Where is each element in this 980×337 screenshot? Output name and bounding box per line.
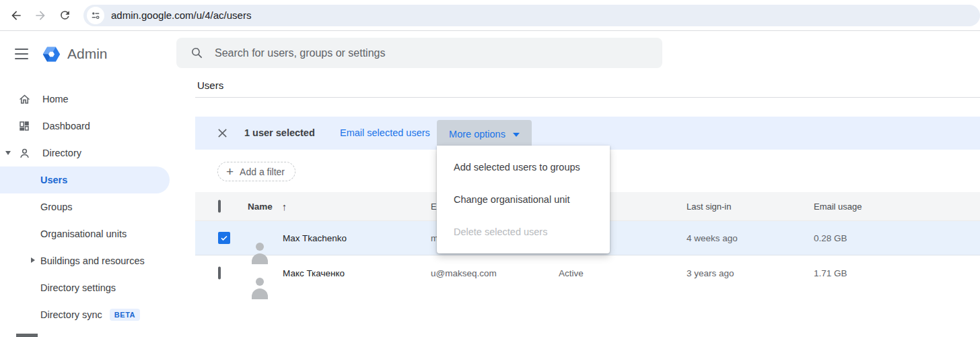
more-options-button[interactable]: More options xyxy=(437,120,532,148)
back-arrow-icon xyxy=(9,9,23,22)
menu-item-delete-users: Delete selected users xyxy=(437,216,610,248)
sidebar-item-label: Users xyxy=(40,175,67,185)
admin-logo-icon xyxy=(42,44,61,64)
column-header-name[interactable]: Name ↑ xyxy=(248,201,287,212)
divider xyxy=(195,97,980,98)
menu-item-change-org-unit[interactable]: Change organisational unit xyxy=(437,183,610,216)
menu-hamburger-icon[interactable] xyxy=(15,49,28,59)
home-icon xyxy=(18,93,31,106)
beta-badge: BETA xyxy=(110,309,140,321)
table-row[interactable]: Макс Ткаченко u@makseq.com Active 3 year… xyxy=(195,255,980,290)
close-icon xyxy=(217,127,228,139)
sidebar-item-directory[interactable]: Directory xyxy=(0,140,176,166)
sidebar-item-directory-settings[interactable]: Directory settings xyxy=(0,274,176,301)
sidebar-item-buildings-resources[interactable]: Buildings and resources xyxy=(0,247,176,274)
dashboard-icon xyxy=(18,120,31,132)
user-last-sign-in: 3 years ago xyxy=(687,268,734,278)
clear-selection-button[interactable] xyxy=(217,127,228,139)
email-selected-users-button[interactable]: Email selected users xyxy=(340,127,430,138)
sidebar-item-groups[interactable]: Groups xyxy=(0,193,176,220)
reload-icon xyxy=(59,9,71,22)
selection-toolbar: 1 user selected Email selected users Mor… xyxy=(195,117,980,150)
page-title: Users xyxy=(197,80,980,92)
selection-count: 1 user selected xyxy=(244,127,315,138)
site-settings-icon xyxy=(90,10,101,21)
caret-down-icon xyxy=(513,133,520,137)
site-settings-chip[interactable] xyxy=(87,7,104,24)
sidebar: Admin Home Dashboard xyxy=(0,31,176,337)
add-filter-label: Add a filter xyxy=(240,166,285,177)
search-icon xyxy=(190,47,203,59)
sidebar-item-organisational-units[interactable]: Organisational units xyxy=(0,220,176,247)
chevron-right-icon[interactable] xyxy=(31,257,35,263)
person-icon xyxy=(18,147,31,160)
plus-icon: + xyxy=(226,165,234,178)
sidebar-item-label: Buildings and resources xyxy=(40,255,145,266)
user-status: Active xyxy=(559,268,584,278)
product-name: Admin xyxy=(67,46,108,62)
add-filter-button[interactable]: + Add a filter xyxy=(217,162,295,181)
user-email-usage: 1.71 GB xyxy=(814,268,847,278)
sidebar-item-label: Organisational units xyxy=(40,228,127,239)
sidebar-item-label: Home xyxy=(42,94,69,104)
browser-toolbar: admin.google.com/u/4/ac/users xyxy=(0,0,980,31)
sidebar-item-label: Dashboard xyxy=(42,121,90,131)
sort-ascending-icon: ↑ xyxy=(282,201,287,212)
sidebar-item-label: Directory sync xyxy=(40,309,102,320)
browser-address-bar[interactable]: admin.google.com/u/4/ac/users xyxy=(83,5,980,26)
sidebar-item-users[interactable]: Users xyxy=(0,166,170,193)
more-options-menu: Add selected users to groups Change orga… xyxy=(437,146,610,253)
select-all-checkbox[interactable] xyxy=(218,200,221,213)
row-checkbox-checked[interactable] xyxy=(218,232,230,244)
sidebar-item-home[interactable]: Home xyxy=(0,86,176,113)
column-header-last-sign-in: Last sign-in xyxy=(687,202,731,212)
column-header-email-usage: Email usage xyxy=(814,202,862,212)
devices-icon xyxy=(16,334,38,337)
menu-item-add-to-groups[interactable]: Add selected users to groups xyxy=(437,151,610,183)
user-email-usage: 0.28 GB xyxy=(814,233,847,243)
browser-reload-button[interactable] xyxy=(53,3,77,28)
sidebar-item-label: Directory settings xyxy=(40,282,116,293)
checkmark-icon xyxy=(220,234,228,242)
url-text: admin.google.com/u/4/ac/users xyxy=(111,9,251,21)
row-checkbox[interactable] xyxy=(218,266,221,279)
browser-back-button[interactable] xyxy=(4,3,28,28)
user-email: u@makseq.com xyxy=(431,268,497,278)
user-name: Макс Ткаченко xyxy=(283,268,345,278)
sidebar-item-dashboard[interactable]: Dashboard xyxy=(0,113,176,140)
more-options-label: More options xyxy=(449,129,505,140)
user-last-sign-in: 4 weeks ago xyxy=(687,233,738,243)
forward-arrow-icon xyxy=(34,9,47,22)
search-input[interactable] xyxy=(215,47,662,59)
browser-forward-button[interactable] xyxy=(28,3,53,28)
sidebar-item-directory-sync[interactable]: Directory sync BETA xyxy=(0,301,176,328)
user-name: Max Tkachenko xyxy=(283,233,347,243)
chevron-down-icon[interactable] xyxy=(5,151,11,155)
sidebar-item-label: Directory xyxy=(42,148,81,158)
sidebar-item-label: Groups xyxy=(40,202,73,212)
admin-search-bar[interactable] xyxy=(176,38,662,68)
